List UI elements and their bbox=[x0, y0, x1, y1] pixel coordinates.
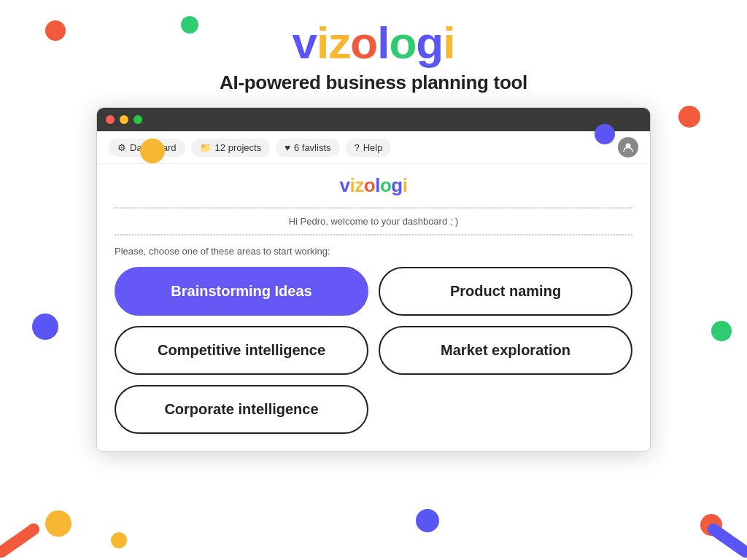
large-logo-area: vizologi bbox=[0, 0, 747, 66]
inner-content: vizologi Hi Pedro, welcome to your dashb… bbox=[97, 164, 650, 451]
decorative-dot bbox=[32, 314, 58, 340]
browser-nav: ⚙ Dashboard 📁 12 projects ♥ 6 favlists ?… bbox=[97, 131, 650, 164]
decorative-dot bbox=[678, 106, 700, 128]
browser-minimize-dot[interactable] bbox=[120, 115, 128, 124]
option-product-naming[interactable]: Product naming bbox=[379, 267, 632, 316]
decorative-dot bbox=[45, 20, 66, 41]
help-icon: ? bbox=[355, 142, 360, 153]
decorative-dot bbox=[181, 16, 198, 34]
welcome-message: Hi Pedro, welcome to your dashboard ; ) bbox=[115, 211, 632, 231]
option-brainstorming[interactable]: Brainstorming Ideas bbox=[115, 267, 368, 316]
decorative-dot bbox=[595, 124, 615, 144]
projects-icon: 📁 bbox=[200, 142, 212, 153]
nav-tab-projects-label: 12 projects bbox=[215, 142, 262, 153]
favlists-icon: ♥ bbox=[285, 142, 290, 153]
browser-titlebar bbox=[97, 108, 650, 131]
nav-tab-help-label: Help bbox=[363, 142, 383, 153]
nav-tab-favlists-label: 6 favlists bbox=[294, 142, 331, 153]
decorative-dot bbox=[416, 509, 439, 532]
decorative-dot bbox=[140, 139, 165, 163]
large-logo: vizologi bbox=[293, 20, 455, 66]
nav-tab-favlists[interactable]: ♥ 6 favlists bbox=[276, 139, 339, 157]
user-avatar[interactable] bbox=[618, 137, 638, 158]
inner-logo: vizologi bbox=[115, 164, 632, 204]
browser-window: ⚙ Dashboard 📁 12 projects ♥ 6 favlists ?… bbox=[96, 107, 651, 452]
dashboard-icon: ⚙ bbox=[117, 142, 126, 153]
browser-maximize-dot[interactable] bbox=[133, 115, 142, 124]
option-competitive-intelligence[interactable]: Competitive intelligence bbox=[115, 326, 368, 375]
nav-tab-projects[interactable]: 📁 12 projects bbox=[191, 139, 271, 157]
nav-tab-help[interactable]: ? Help bbox=[346, 139, 392, 157]
decorative-bar-right bbox=[705, 521, 747, 560]
decorative-dot bbox=[711, 321, 732, 341]
decorative-dot bbox=[45, 510, 71, 537]
choose-label: Please, choose one of these areas to sta… bbox=[115, 246, 632, 257]
option-market-exploration[interactable]: Market exploration bbox=[379, 326, 632, 375]
browser-content: ⚙ Dashboard 📁 12 projects ♥ 6 favlists ?… bbox=[97, 131, 650, 451]
browser-close-dot[interactable] bbox=[106, 115, 115, 124]
decorative-bar-left bbox=[0, 521, 42, 560]
options-grid: Brainstorming Ideas Product naming Compe… bbox=[115, 267, 632, 434]
dotted-divider-1 bbox=[115, 207, 632, 209]
decorative-dot bbox=[111, 532, 127, 548]
option-corporate-intelligence[interactable]: Corporate intelligence bbox=[115, 385, 368, 434]
dotted-divider-2 bbox=[115, 234, 632, 236]
tagline: AI-powered business planning tool bbox=[0, 71, 747, 94]
